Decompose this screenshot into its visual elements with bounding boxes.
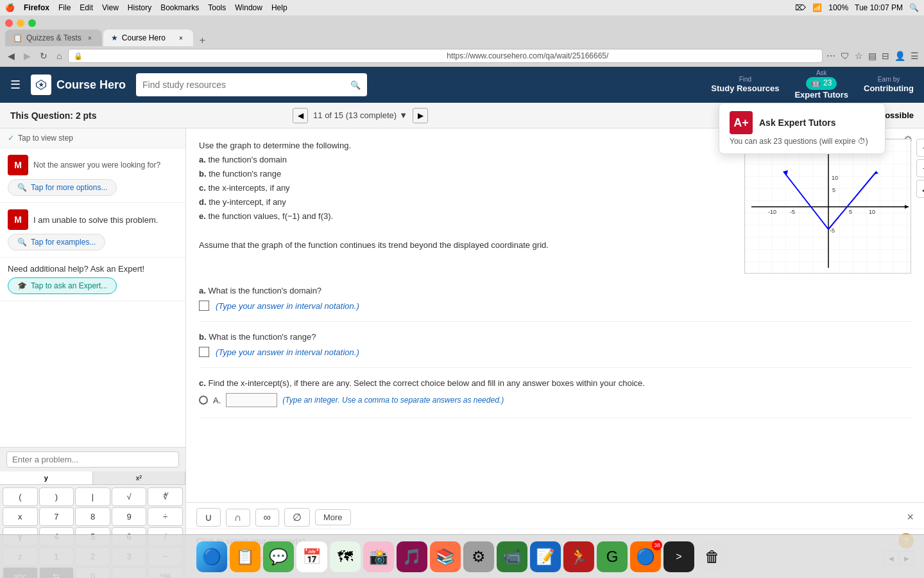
dock-grammarly[interactable]: G (597, 541, 628, 572)
key-9[interactable]: 9 (112, 507, 147, 526)
bookmark-icon[interactable]: ☆ (855, 51, 863, 61)
dock-books[interactable]: 📚 (430, 541, 461, 572)
key-8[interactable]: 8 (75, 507, 110, 526)
math-tab-x2[interactable]: x² (93, 471, 186, 484)
need-help-text: Need additional help? Ask an Expert! (8, 264, 144, 274)
intersect-symbol-button[interactable]: ∩ (226, 509, 250, 527)
search-icon[interactable]: 🔍 (909, 3, 919, 12)
search-input[interactable] (142, 80, 345, 90)
dock-notes[interactable]: 📋 (230, 541, 261, 572)
dock-settings[interactable]: ⚙ (463, 541, 494, 572)
answer-checkbox-b[interactable] (199, 347, 209, 357)
empty-set-symbol-button[interactable]: ∅ (284, 508, 310, 527)
dock-calendar[interactable]: 📅 (296, 541, 327, 572)
extensions-icon[interactable]: ⋯ (826, 51, 835, 61)
reader-view-icon[interactable]: ⊟ (882, 51, 889, 61)
ask-expert-section: Need additional help? Ask an Expert! 🎓 T… (0, 258, 185, 301)
close-window-btn[interactable] (5, 19, 13, 27)
tap-examples-button[interactable]: 🔍 Tap for examples... (8, 234, 105, 250)
zoom-in-button[interactable]: + (916, 139, 924, 157)
search-icon[interactable]: 🔍 (350, 80, 361, 90)
dock-firefox[interactable]: 🔵 38 (630, 541, 661, 572)
menu-icon[interactable]: ☰ (911, 51, 919, 61)
sub-question-a-label: a. What is the function's domain? (199, 286, 911, 295)
tap-more-button[interactable]: 🔍 Tap for more options... (8, 179, 117, 196)
mac-menubar: 🍎 Firefox File Edit View History Bookmar… (0, 0, 924, 15)
svg-text:-5: -5 (830, 227, 835, 234)
menu-firefox[interactable]: Firefox (24, 3, 49, 12)
menu-view[interactable]: View (102, 3, 119, 12)
key-nthroot[interactable]: ∜ (148, 487, 183, 506)
close-toolbar-button[interactable]: × (907, 511, 914, 524)
sidebar-toggle-icon[interactable]: ▤ (868, 51, 877, 61)
radio-circle-a[interactable] (199, 396, 208, 405)
tap-expert-button[interactable]: 🎓 Tap to ask an Expert... (8, 277, 117, 294)
nav-ask-expert[interactable]: Ask 🤖 23 Expert Tutors (794, 69, 848, 100)
union-symbol-button[interactable]: ∪ (196, 508, 221, 527)
expand-button[interactable]: ⤢ (916, 180, 924, 198)
interval-hint-a: (Type your answer in interval notation.) (216, 301, 359, 311)
graph-zoom-controls: + − ⤢ (916, 139, 924, 198)
menu-bookmarks[interactable]: Bookmarks (160, 3, 199, 12)
dock-terminal[interactable]: > (663, 541, 694, 572)
tab-coursehero[interactable]: ★ Course Hero × (103, 30, 193, 46)
back-button[interactable]: ◀ (5, 49, 17, 62)
radio-option-a[interactable]: A. (Type an integer. Use a comma to sepa… (199, 393, 911, 407)
infinity-symbol-button[interactable]: ∞ (255, 509, 279, 527)
answer-box-c[interactable] (226, 393, 277, 407)
math-tab-y[interactable]: y (0, 471, 93, 484)
tooltip-subtitle: You can ask 23 questions (will expire ⏱) (730, 137, 875, 146)
menu-help[interactable]: Help (271, 3, 287, 12)
shield-icon[interactable]: 🛡 (841, 51, 850, 61)
tab-quizzes[interactable]: 📋 Quizzes & Tests × (5, 30, 102, 46)
menu-edit[interactable]: Edit (80, 3, 93, 12)
dock-word[interactable]: 📝 (530, 541, 561, 572)
home-button[interactable]: ⌂ (54, 49, 64, 62)
dock-music[interactable]: 🎵 (397, 541, 427, 572)
dock-finder[interactable]: 🔵 (196, 541, 227, 572)
key-div[interactable]: ÷ (148, 507, 183, 526)
tab-close-quizzes[interactable]: × (85, 33, 94, 42)
dropdown-icon[interactable]: ▼ (399, 110, 407, 120)
key-7[interactable]: 7 (39, 507, 74, 526)
key-open-paren[interactable]: ( (3, 487, 38, 506)
key-sqrt[interactable]: √ (112, 487, 147, 506)
key-abs[interactable]: | (75, 487, 110, 506)
forward-button[interactable]: ▶ (21, 49, 33, 62)
apple-menu[interactable]: 🍎 (5, 3, 15, 12)
key-x[interactable]: x (3, 507, 38, 526)
dock-maps[interactable]: 🗺 (330, 541, 361, 572)
answer-checkbox-a[interactable] (199, 301, 209, 311)
hamburger-menu[interactable]: ☰ (10, 78, 21, 92)
minimize-window-btn[interactable] (17, 19, 24, 27)
tab-close-coursehero[interactable]: × (176, 33, 185, 42)
dock-messages[interactable]: 💬 (263, 541, 294, 572)
dock-facetime[interactable]: 📹 (497, 541, 527, 572)
nav-earn[interactable]: Earn by Contributing (864, 75, 914, 94)
dock-photos[interactable]: 📸 (363, 541, 394, 572)
key-close-paren[interactable]: ) (39, 487, 74, 506)
search-bar[interactable]: 🔍 (136, 73, 367, 96)
dock-fitness[interactable]: 🏃 (563, 541, 594, 572)
profile-icon[interactable]: 👤 (894, 51, 905, 61)
unable-solve-section: M I am unable to solve this problem. 🔍 T… (0, 203, 185, 258)
svg-text:10: 10 (832, 175, 838, 181)
next-question-button[interactable]: ▶ (413, 108, 428, 123)
address-input[interactable]: 🔒 https://www.coursehero.com/qa/wait/251… (68, 49, 823, 63)
dock-trash[interactable]: 🗑 (697, 541, 728, 572)
more-symbols-button[interactable]: More (315, 509, 351, 525)
tab-favicon-quizzes: 📋 (13, 33, 22, 42)
zoom-out-button[interactable]: − (916, 159, 924, 177)
new-tab-button[interactable]: + (194, 35, 210, 46)
prev-question-button[interactable]: ◀ (293, 108, 308, 123)
ch-logo[interactable]: ★ Course Hero (31, 74, 126, 95)
menu-window[interactable]: Window (235, 3, 262, 12)
reload-button[interactable]: ↻ (37, 49, 50, 62)
menu-file[interactable]: File (58, 3, 71, 12)
menu-tools[interactable]: Tools (208, 3, 226, 12)
nav-find-study[interactable]: Find Study Resources (711, 75, 779, 94)
math-input-field[interactable] (6, 451, 179, 468)
sidebar-banner[interactable]: ✓ Tap to view step (0, 128, 185, 148)
maximize-window-btn[interactable] (28, 19, 36, 27)
menu-history[interactable]: History (128, 3, 151, 12)
